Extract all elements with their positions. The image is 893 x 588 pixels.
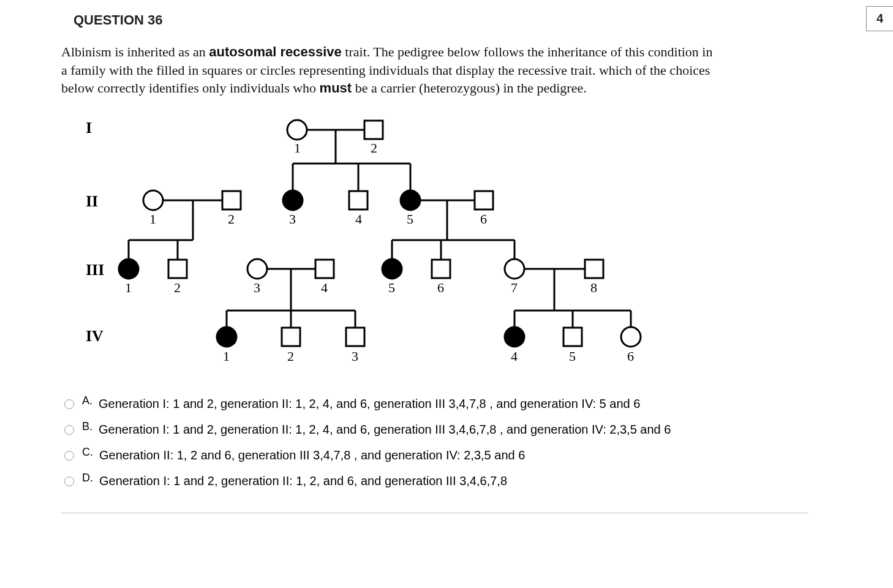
ped-num: 2 bbox=[371, 140, 377, 156]
ped-num: 3 bbox=[289, 211, 296, 227]
choice-b-text: Generation I: 1 and 2, generation II: 1,… bbox=[99, 423, 671, 437]
choice-a[interactable]: A. Generation I: 1 and 2, generation II:… bbox=[61, 396, 808, 411]
stem-pre: Albinism is inherited as an bbox=[61, 44, 209, 59]
ped-II-4 bbox=[349, 191, 367, 209]
ped-num: 4 bbox=[321, 280, 328, 295]
ped-num: 5 bbox=[407, 211, 413, 227]
ped-III-1 bbox=[119, 259, 138, 279]
ped-num: 2 bbox=[287, 349, 294, 364]
choice-b-letter: B. bbox=[82, 420, 92, 433]
footer-divider bbox=[61, 513, 808, 532]
stem-bold-1: autosomal recessive bbox=[209, 44, 341, 59]
question-stem: Albinism is inherited as an autosomal re… bbox=[61, 43, 717, 97]
ped-III-4 bbox=[315, 260, 334, 278]
choice-a-text: Generation I: 1 and 2, generation II: 1,… bbox=[99, 397, 640, 411]
ped-num: 4 bbox=[355, 211, 362, 227]
ped-num: 7 bbox=[511, 280, 518, 295]
ped-num: 3 bbox=[254, 280, 260, 295]
ped-III-7 bbox=[505, 259, 524, 279]
ped-II-1 bbox=[143, 190, 163, 210]
question-heading: QUESTION 36 bbox=[73, 12, 808, 28]
choice-c[interactable]: C. Generation II: 1, 2 and 6, generation… bbox=[61, 448, 808, 462]
ped-num: 1 bbox=[149, 211, 156, 227]
ped-num: 1 bbox=[125, 280, 132, 295]
points-badge: 4 bbox=[866, 6, 893, 31]
choice-d-text: Generation I: 1 and 2, generation II: 1,… bbox=[99, 474, 507, 488]
ped-II-6 bbox=[475, 191, 493, 209]
ped-IV-4 bbox=[505, 327, 524, 347]
choice-a-letter: A. bbox=[82, 394, 92, 407]
ped-num: 8 bbox=[590, 280, 597, 295]
choice-c-text: Generation II: 1, 2 and 6, generation II… bbox=[99, 448, 525, 462]
ped-num: 6 bbox=[480, 211, 487, 227]
ped-III-3 bbox=[247, 259, 267, 279]
ped-num: 3 bbox=[352, 349, 358, 364]
choice-d-letter: D. bbox=[82, 472, 93, 484]
gen-3-label: III bbox=[86, 261, 104, 279]
ped-II-3 bbox=[283, 190, 303, 210]
ped-num: 1 bbox=[294, 140, 301, 156]
ped-IV-6 bbox=[621, 327, 641, 347]
choice-d[interactable]: D. Generation I: 1 and 2, generation II:… bbox=[61, 473, 808, 488]
ped-IV-3 bbox=[346, 328, 364, 346]
gen-2-label: II bbox=[86, 192, 98, 210]
ped-III-6 bbox=[432, 260, 450, 278]
choice-c-radio[interactable] bbox=[64, 451, 74, 461]
ped-num: 5 bbox=[388, 280, 395, 295]
ped-num: 4 bbox=[511, 349, 518, 364]
ped-III-5 bbox=[382, 259, 402, 279]
ped-IV-5 bbox=[563, 328, 582, 346]
ped-num: 6 bbox=[627, 349, 634, 364]
ped-num: 6 bbox=[437, 280, 444, 295]
ped-II-2 bbox=[222, 191, 241, 209]
ped-II-5 bbox=[401, 190, 420, 210]
gen-4-label: IV bbox=[86, 327, 104, 345]
choice-a-radio[interactable] bbox=[64, 399, 74, 409]
choice-c-letter: C. bbox=[82, 446, 93, 459]
ped-num: 2 bbox=[228, 211, 235, 227]
answer-choices: A. Generation I: 1 and 2, generation II:… bbox=[61, 396, 808, 488]
ped-num: 5 bbox=[569, 349, 576, 364]
ped-num: 1 bbox=[223, 349, 230, 364]
ped-I-1 bbox=[287, 120, 307, 140]
stem-bold-2: must bbox=[320, 80, 352, 96]
ped-IV-2 bbox=[282, 328, 300, 346]
ped-IV-1 bbox=[217, 327, 236, 347]
choice-b-radio[interactable] bbox=[64, 425, 74, 435]
choice-b[interactable]: B. Generation I: 1 and 2, generation II:… bbox=[61, 422, 808, 437]
gen-1-label: I bbox=[86, 119, 92, 137]
ped-num: 2 bbox=[174, 280, 181, 295]
ped-I-2 bbox=[364, 121, 383, 139]
ped-III-2 bbox=[168, 260, 187, 278]
pedigree-figure: I II III IV 1 2 bbox=[67, 108, 808, 372]
choice-d-radio[interactable] bbox=[64, 477, 74, 486]
ped-III-8 bbox=[585, 260, 603, 278]
stem-post: be a carrier (heterozygous) in the pedig… bbox=[352, 80, 587, 96]
